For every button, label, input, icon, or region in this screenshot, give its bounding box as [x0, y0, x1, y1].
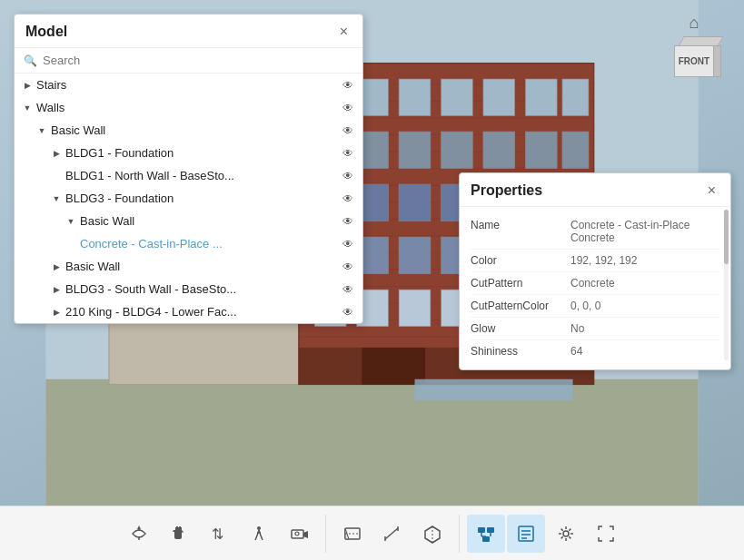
expand-icon-walls[interactable]: ▼	[22, 103, 33, 113]
svg-rect-90	[482, 536, 490, 542]
svg-point-98	[563, 531, 569, 536]
prop-value: Concrete - Cast-in-Place Concrete	[570, 219, 719, 244]
prop-value: 0, 0, 0	[570, 300, 719, 312]
eye-icon-bldg3-foundation[interactable]: 👁	[342, 192, 353, 205]
tree-item-walls[interactable]: ▼Walls👁	[15, 96, 362, 119]
prop-name: CutPattern	[471, 277, 570, 290]
eye-icon-bldg3-south[interactable]: 👁	[342, 283, 353, 296]
svg-rect-49	[562, 132, 589, 169]
expand-icon-210-king[interactable]: ▶	[51, 308, 62, 317]
tree-item-basic-wall-3[interactable]: ▶Basic Wall👁	[15, 255, 362, 278]
walk-button[interactable]	[240, 515, 278, 553]
compass-widget[interactable]: ⌂ FRONT	[662, 14, 726, 77]
expand-icon-bldg3-foundation[interactable]: ▼	[51, 194, 62, 203]
toolbar-group-nav: ⇅	[113, 515, 325, 553]
tree-item-bldg3-south[interactable]: ▶BLDG3 - South Wall - BaseSto...👁	[15, 278, 362, 300]
tree-item-bldg3-foundation[interactable]: ▼BLDG3 - Foundation👁	[15, 187, 362, 210]
tree-item-stairs[interactable]: ▶Stairs👁	[15, 74, 362, 96]
svg-rect-38	[399, 79, 431, 116]
expand-icon-basic-wall-1[interactable]: ▼	[36, 126, 47, 135]
prop-name: Shininess	[471, 345, 570, 358]
eye-icon-basic-wall-1[interactable]: 👁	[342, 124, 353, 137]
section-button[interactable]	[333, 515, 372, 553]
tree-item-label-bldg3-south: BLDG3 - South Wall - BaseSto...	[65, 282, 236, 296]
cube-view-button[interactable]	[413, 515, 451, 553]
fullscreen-button[interactable]	[587, 515, 625, 553]
props-row: Shininess64	[471, 340, 719, 362]
model-tree-button[interactable]	[467, 515, 505, 553]
props-row: CutPatternColor0, 0, 0	[471, 295, 719, 318]
tree-item-label-basic-wall-2: Basic Wall	[80, 214, 134, 228]
prop-value: 192, 192, 192	[570, 254, 719, 267]
orbit-button[interactable]	[120, 515, 158, 553]
properties-panel-close-button[interactable]: ×	[704, 182, 719, 199]
home-icon[interactable]: ⌂	[689, 14, 699, 33]
search-input[interactable]	[43, 54, 353, 67]
eye-icon-basic-wall-3[interactable]: 👁	[342, 260, 353, 273]
svg-rect-77	[292, 530, 303, 538]
props-row: Color192, 192, 192	[471, 250, 719, 272]
tree-item-label-concrete-link: Concrete - Cast-in-Place ...	[80, 237, 223, 251]
svg-rect-88	[478, 527, 485, 533]
props-row: CutPatternConcrete	[471, 272, 719, 295]
expand-icon-basic-wall-3[interactable]: ▶	[51, 262, 62, 271]
tree-item-label-bldg1-north: BLDG1 - North Wall - BaseSto...	[65, 169, 234, 182]
svg-rect-40	[483, 79, 515, 116]
eye-icon-walls[interactable]: 👁	[342, 102, 353, 114]
properties-button[interactable]	[507, 515, 545, 553]
cube-front-label: FRONT	[679, 56, 709, 66]
props-row: NameConcrete - Cast-in-Place Concrete	[471, 214, 719, 250]
svg-rect-59	[399, 237, 431, 274]
tape-button[interactable]	[373, 515, 412, 553]
tree-item-210-king[interactable]: ▶210 King - BLDG4 - Lower Fac...👁	[15, 300, 362, 323]
view-cube[interactable]: FRONT	[667, 36, 721, 77]
svg-rect-72	[362, 348, 425, 385]
svg-text:⇅: ⇅	[212, 526, 223, 542]
eye-icon-stairs[interactable]: 👁	[342, 79, 353, 92]
prop-value: Concrete	[570, 277, 719, 290]
expand-icon-bldg3-south[interactable]: ▶	[51, 285, 62, 294]
prop-name: Glow	[471, 322, 570, 335]
expand-icon-basic-wall-2[interactable]: ▼	[65, 217, 76, 226]
svg-rect-48	[525, 132, 557, 169]
svg-point-76	[257, 526, 261, 530]
tree-item-label-basic-wall-1: Basic Wall	[51, 123, 105, 137]
camera-button[interactable]	[280, 515, 318, 553]
settings-button[interactable]	[547, 515, 585, 553]
tree-item-label-210-king: 210 King - BLDG4 - Lower Fac...	[65, 305, 237, 319]
cube-front-face[interactable]: FRONT	[674, 45, 714, 77]
tree-item-basic-wall-2[interactable]: ▼Basic Wall👁	[15, 210, 362, 232]
model-panel-close-button[interactable]: ×	[336, 24, 352, 40]
toolbar-group-display	[459, 515, 632, 553]
eye-icon-bldg1-north[interactable]: 👁	[342, 170, 353, 182]
eye-icon-210-king[interactable]: 👁	[342, 306, 353, 319]
svg-point-79	[295, 532, 299, 535]
pan-button[interactable]	[160, 515, 198, 553]
toolbar-group-measure	[325, 515, 459, 553]
prop-name: Color	[471, 254, 570, 267]
tree-list: ▶Stairs👁▼Walls👁▼Basic Wall👁▶BLDG1 - Foun…	[15, 74, 362, 323]
svg-rect-39	[441, 79, 473, 116]
tree-item-label-bldg1-foundation: BLDG1 - Foundation	[65, 146, 174, 160]
properties-panel: Properties × NameConcrete - Cast-in-Plac…	[459, 172, 731, 370]
tree-item-basic-wall-1[interactable]: ▼Basic Wall👁	[15, 119, 362, 142]
svg-rect-73	[414, 379, 572, 400]
eye-icon-concrete-link[interactable]: 👁	[342, 238, 353, 251]
svg-rect-52	[399, 184, 431, 221]
properties-table: NameConcrete - Cast-in-Place ConcreteCol…	[460, 207, 730, 369]
expand-icon-stairs[interactable]: ▶	[22, 81, 33, 90]
eye-icon-basic-wall-2[interactable]: 👁	[342, 215, 353, 228]
tree-item-bldg1-foundation[interactable]: ▶BLDG1 - Foundation👁	[15, 142, 362, 164]
props-row: GlowNo	[471, 318, 719, 340]
properties-scrollbar[interactable]	[724, 210, 729, 360]
tree-item-concrete-link[interactable]: Concrete - Cast-in-Place ...👁	[15, 232, 362, 255]
model-panel-title: Model	[25, 24, 67, 40]
expand-icon-bldg1-foundation[interactable]: ▶	[51, 149, 62, 158]
move-vert-button[interactable]: ⇅	[200, 515, 238, 553]
svg-rect-47	[483, 132, 515, 169]
search-icon: 🔍	[24, 54, 37, 67]
eye-icon-bldg1-foundation[interactable]: 👁	[342, 147, 353, 160]
tree-item-bldg1-north[interactable]: BLDG1 - North Wall - BaseSto...👁	[15, 164, 362, 187]
properties-panel-title: Properties	[471, 182, 542, 199]
svg-rect-45	[399, 132, 431, 169]
